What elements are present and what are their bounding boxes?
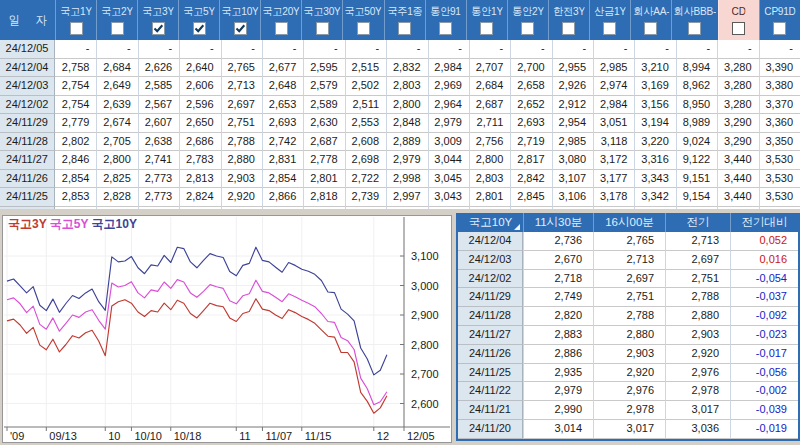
- quote-prev-cell: 2,713: [665, 232, 730, 251]
- rate-cell: 2,742: [262, 133, 303, 152]
- column-checkbox[interactable]: [398, 22, 411, 35]
- rate-cell: 2,711: [469, 114, 510, 133]
- column-header[interactable]: 통안1Y: [466, 0, 507, 40]
- quote-change-cell: -0,017: [730, 345, 798, 364]
- x-tick-label: 12: [377, 430, 389, 442]
- column-header[interactable]: CP91D: [759, 0, 800, 40]
- quote-change-cell: -0,002: [730, 382, 798, 401]
- column-header[interactable]: CD: [718, 0, 759, 40]
- column-header[interactable]: 국고1Y: [55, 0, 96, 40]
- rate-cell: -: [510, 40, 551, 59]
- column-checkbox[interactable]: [732, 22, 745, 35]
- column-checkbox[interactable]: [111, 22, 124, 35]
- column-header[interactable]: 국고2Y: [96, 0, 137, 40]
- rate-cell: [303, 207, 344, 210]
- rate-cell: 3,280: [717, 96, 758, 115]
- rate-cell: 2,756: [469, 133, 510, 152]
- quote-1600-cell: 2,788: [593, 307, 665, 326]
- rate-cell: 3,370: [759, 96, 800, 115]
- column-header[interactable]: 국고50Y: [342, 0, 383, 40]
- quote-change-cell: 0,016: [730, 251, 798, 270]
- rate-cell: 2,697: [221, 96, 262, 115]
- column-checkbox[interactable]: [562, 22, 575, 35]
- column-checkbox[interactable]: [603, 22, 616, 35]
- rate-cell: 2,589: [303, 96, 344, 115]
- rate-cell: 2,773: [138, 170, 179, 189]
- rate-cell: 3,044: [428, 151, 469, 170]
- rate-cell: 2,684: [96, 59, 137, 78]
- rate-cell: 9,151: [676, 170, 717, 189]
- quote-row: 24/11/203,0143,0173,036-0,019: [458, 420, 798, 439]
- column-checkbox[interactable]: [480, 22, 493, 35]
- column-header[interactable]: 회사AA-: [630, 0, 671, 40]
- column-header[interactable]: 국고3Y: [137, 0, 178, 40]
- rate-cell: 3,280: [717, 77, 758, 96]
- rate-cell: -: [221, 40, 262, 59]
- quote-1600-cell: 2,713: [593, 251, 665, 270]
- date-column-header[interactable]: 일 자: [0, 0, 55, 40]
- rate-cell: 2,969: [428, 77, 469, 96]
- rate-cell: [634, 207, 675, 210]
- rate-cell: 3,210: [634, 59, 675, 78]
- quote-header-cell[interactable]: 전기대비: [730, 213, 798, 232]
- quote-header-cell[interactable]: 16시00분: [593, 213, 665, 232]
- column-checkbox[interactable]: [234, 22, 247, 35]
- chart-legend: 국고3Y 국고5Y 국고10Y: [8, 217, 137, 231]
- column-header[interactable]: 산금1Y: [589, 0, 630, 40]
- quote-header-cell[interactable]: 11시30분: [523, 213, 593, 232]
- column-header[interactable]: 통안91: [425, 0, 466, 40]
- quote-1600-cell: 3,017: [593, 420, 665, 439]
- rate-cell: 2,998: [386, 170, 427, 189]
- rate-cell: 3,118: [593, 133, 634, 152]
- quote-header-cell[interactable]: 전기: [665, 213, 730, 232]
- rate-cell: 3,342: [634, 188, 675, 207]
- quote-1600-cell: 2,765: [593, 232, 665, 251]
- column-checkbox[interactable]: [439, 22, 452, 35]
- series-line-10Y: [7, 247, 387, 375]
- rate-cell: 2,880: [221, 151, 262, 170]
- column-checkbox[interactable]: [193, 22, 206, 35]
- quote-row-date: 24/11/26: [458, 345, 523, 364]
- rate-cell: 2,608: [345, 133, 386, 152]
- rate-cell: 2,754: [55, 77, 96, 96]
- column-checkbox[interactable]: [773, 22, 786, 35]
- rate-cell: 2,700: [510, 59, 551, 78]
- quote-row: 24/12/032,6702,7132,6970,016: [458, 251, 798, 270]
- column-checkbox[interactable]: [70, 22, 83, 35]
- column-header[interactable]: 국고30Y: [301, 0, 342, 40]
- rate-cell: 3,107: [552, 170, 593, 189]
- column-header[interactable]: 회사BBB-: [671, 0, 718, 40]
- column-header-label: 통안91: [430, 0, 460, 21]
- rate-cell: 9,122: [676, 151, 717, 170]
- column-header[interactable]: 한전3Y: [548, 0, 589, 40]
- column-checkbox[interactable]: [688, 22, 701, 35]
- rate-row-date: 24/11/25: [0, 188, 55, 207]
- quote-header-cell[interactable]: 국고10Y: [458, 213, 523, 232]
- column-checkbox[interactable]: [644, 22, 657, 35]
- rate-cell: 2,693: [510, 114, 551, 133]
- series-line-5Y: [7, 280, 387, 405]
- quote-change-cell: -0,056: [730, 364, 798, 383]
- column-header[interactable]: 통안2Y: [507, 0, 548, 40]
- rate-row-date: 24/12/02: [0, 96, 55, 115]
- column-header[interactable]: 국고20Y: [260, 0, 301, 40]
- column-checkbox[interactable]: [316, 22, 329, 35]
- rate-cell: 2,831: [262, 151, 303, 170]
- rate-cell: 2,997: [386, 188, 427, 207]
- column-checkbox[interactable]: [152, 22, 165, 35]
- column-header[interactable]: 국주1종: [384, 0, 425, 40]
- quote-1130-cell: 2,718: [523, 270, 593, 289]
- column-checkbox[interactable]: [521, 22, 534, 35]
- column-header[interactable]: 국고5Y: [178, 0, 219, 40]
- column-header-label: 국고30Y: [304, 0, 341, 21]
- quote-change-cell: -0,037: [730, 288, 798, 307]
- rate-row-date: [0, 207, 55, 210]
- rate-cell: 3,045: [428, 170, 469, 189]
- rate-cell: 2,866: [262, 188, 303, 207]
- column-header[interactable]: 국고10Y: [219, 0, 260, 40]
- column-checkbox[interactable]: [357, 22, 370, 35]
- rate-cell: 2,824: [179, 188, 220, 207]
- rate-cell: 2,842: [510, 170, 551, 189]
- column-checkbox[interactable]: [275, 22, 288, 35]
- rate-cell: 2,800: [469, 151, 510, 170]
